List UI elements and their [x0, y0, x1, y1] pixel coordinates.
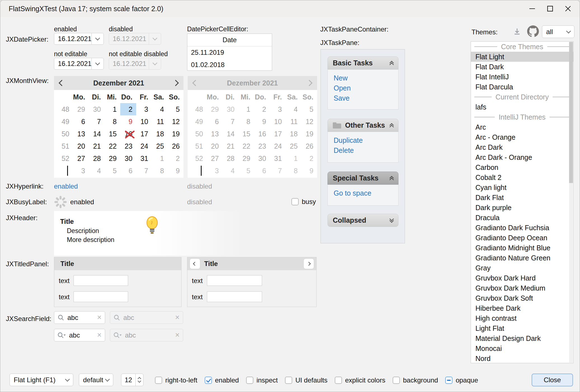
task-link[interactable]: Duplicate [334, 135, 398, 145]
checked-checkbox[interactable] [205, 377, 212, 384]
day-cell[interactable]: 10 [136, 115, 152, 128]
clear-icon[interactable]: × [97, 331, 102, 339]
day-cell[interactable]: 2 [168, 152, 183, 165]
day-cell[interactable]: 8 [105, 115, 120, 128]
theme-item[interactable]: Gruvbox Dark Soft [471, 293, 573, 303]
task-link[interactable]: New [334, 73, 398, 83]
task-link[interactable]: Open [334, 83, 398, 93]
style-combo[interactable]: default [79, 374, 113, 386]
day-cell[interactable]: 18 [152, 128, 168, 140]
datepicker-not-editable[interactable]: 16.12.2021 [54, 58, 104, 70]
table-row[interactable]: 01.02.2018 [187, 59, 272, 71]
day-cell[interactable]: 22 [105, 140, 120, 152]
theme-item[interactable]: High contrast [471, 313, 573, 323]
task-link[interactable]: Save [334, 93, 398, 103]
checkbox-item-explicit-colors[interactable]: explicit colors [335, 376, 385, 384]
day-cell[interactable]: 30 [89, 103, 104, 115]
text-input[interactable] [74, 275, 128, 286]
theme-item[interactable]: Gray [471, 263, 573, 273]
expand-icon[interactable] [390, 219, 393, 222]
checkbox-item-ui-defaults[interactable]: UI defaults [285, 376, 327, 384]
unchecked-checkbox[interactable] [393, 377, 400, 384]
search-input[interactable]: abc [69, 331, 94, 339]
theme-item[interactable]: Monocai [471, 343, 573, 353]
laf-combo[interactable]: Flat Light (F1) [10, 374, 73, 386]
day-cell[interactable]: 25 [152, 140, 168, 152]
day-cell[interactable]: 11 [152, 115, 168, 128]
datepicker-enabled[interactable]: 16.12.2021 [54, 33, 104, 45]
monthview-enabled[interactable]: Dezember 2021 Mo.Di.Mi.Do.Fr.Sa.So.48293… [54, 76, 183, 178]
collapse-icon[interactable] [390, 61, 393, 65]
theme-item[interactable]: Arc Dark - Orange [471, 152, 573, 162]
scrollbar-thumb[interactable] [569, 42, 573, 183]
searchfield-enabled[interactable]: abc × [54, 311, 105, 324]
celleditor-table[interactable]: Date 25.11.2019 01.02.2018 [187, 34, 272, 71]
day-cell[interactable]: 7 [136, 165, 152, 177]
day-cell[interactable]: 24 [136, 140, 152, 152]
theme-item[interactable]: Cyan light [471, 182, 573, 193]
day-cell[interactable]: 4 [89, 165, 104, 177]
hyperlink-enabled[interactable]: enabled [54, 182, 78, 190]
busy-checkbox-item[interactable]: busy [291, 198, 316, 206]
day-cell[interactable]: 17 [136, 128, 152, 140]
text-input[interactable] [74, 291, 128, 302]
download-icon[interactable] [513, 27, 522, 37]
busy-checkbox[interactable] [291, 198, 299, 205]
theme-item[interactable]: Carbon [471, 162, 573, 172]
taskpane-header[interactable]: Collapsed [327, 214, 399, 227]
day-cell[interactable]: 9 [120, 115, 136, 128]
day-cell[interactable]: 3 [73, 165, 89, 177]
day-cell[interactable]: 29 [73, 103, 89, 115]
day-cell[interactable]: 2 [120, 103, 136, 115]
theme-item[interactable]: Arc [471, 122, 573, 132]
checkbox-item-enabled[interactable]: enabled [205, 376, 239, 384]
theme-item[interactable]: Dracula [471, 213, 573, 223]
day-cell[interactable]: 4 [152, 103, 168, 115]
text-input[interactable] [207, 275, 262, 286]
task-link[interactable]: Go to space [334, 188, 398, 198]
minimize-button[interactable] [523, 0, 541, 17]
day-cell[interactable]: 9 [168, 165, 183, 177]
day-cell[interactable]: 7 [89, 115, 104, 128]
clear-icon[interactable]: × [97, 314, 102, 321]
table-row[interactable]: 25.11.2019 [187, 46, 272, 59]
theme-item[interactable]: Nord [471, 353, 573, 363]
day-cell[interactable]: 31 [136, 152, 152, 165]
taskpane-header[interactable]: Other Tasks [327, 119, 399, 132]
theme-item[interactable]: Flat IntelliJ [471, 72, 573, 82]
day-cell[interactable]: 13 [73, 128, 89, 140]
checkbox-item-inspect[interactable]: inspect [246, 376, 278, 384]
next-month-icon[interactable] [173, 80, 179, 86]
day-cell[interactable]: 5 [105, 165, 120, 177]
theme-item[interactable]: Material Design Dark [471, 333, 573, 343]
unchecked-checkbox[interactable] [155, 377, 162, 384]
day-cell[interactable]: 1 [105, 103, 120, 115]
theme-item[interactable]: Gradianto Deep Ocean [471, 233, 573, 243]
datepicker-dropdown-button[interactable] [91, 33, 103, 44]
day-cell[interactable]: 8 [152, 165, 168, 177]
spinner-buttons[interactable] [135, 374, 143, 386]
checkbox-item-background[interactable]: background [393, 376, 438, 384]
datepicker-value[interactable]: 16.12.2021 [54, 60, 91, 68]
theme-item[interactable]: Gradianto Nature Green [471, 253, 573, 263]
theme-item[interactable]: Flat Darcula [471, 82, 573, 92]
font-size-spinner[interactable]: 12 [121, 374, 143, 386]
theme-item[interactable]: Cobalt 2 [471, 172, 573, 182]
day-cell[interactable]: 23 [120, 140, 136, 152]
day-cell[interactable]: 6 [120, 165, 136, 177]
theme-item[interactable]: Arc - Orange [471, 132, 573, 142]
day-cell[interactable]: 21 [89, 140, 104, 152]
close-button[interactable]: Close [532, 374, 573, 386]
unchecked-checkbox[interactable] [335, 377, 342, 384]
theme-item[interactable]: Dark Flat [471, 193, 573, 203]
themes-filter-combo[interactable]: all [542, 25, 574, 38]
day-cell[interactable]: 16 [120, 128, 136, 140]
text-input[interactable] [207, 291, 262, 302]
task-link[interactable]: Delete [334, 145, 398, 155]
datepicker-dropdown-button[interactable] [91, 58, 103, 69]
day-cell[interactable]: 20 [73, 140, 89, 152]
day-cell[interactable]: 30 [120, 152, 136, 165]
maximize-button[interactable] [541, 0, 559, 17]
day-cell[interactable]: 5 [168, 103, 183, 115]
unchecked-checkbox[interactable] [285, 377, 292, 384]
